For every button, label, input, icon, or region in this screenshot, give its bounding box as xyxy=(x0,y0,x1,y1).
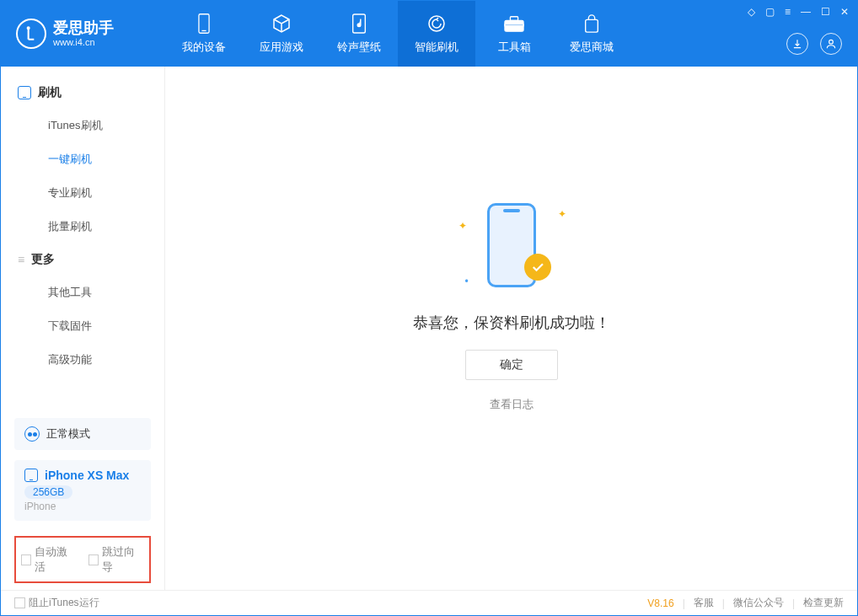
svg-point-4 xyxy=(429,16,444,31)
sidebar-item[interactable]: 其他工具 xyxy=(1,276,164,309)
main-content: ✦ ✦ • 恭喜您，保资料刷机成功啦！ 确定 查看日志 xyxy=(165,67,857,590)
sparkle-icon: ✦ xyxy=(458,220,467,232)
skip-guide-checkbox[interactable]: 跳过向导 xyxy=(88,544,144,575)
svg-point-9 xyxy=(829,40,834,44)
svg-point-0 xyxy=(28,27,29,29)
footer-link-support[interactable]: 客服 xyxy=(694,596,714,610)
device-icon xyxy=(193,13,215,35)
svg-rect-7 xyxy=(505,24,523,26)
svg-rect-2 xyxy=(201,30,206,31)
device-card[interactable]: iPhone XS Max 256GB iPhone xyxy=(14,460,151,521)
download-button[interactable] xyxy=(786,33,808,55)
svg-rect-8 xyxy=(586,19,598,32)
block-itunes-checkbox[interactable]: 阻止iTunes运行 xyxy=(14,596,99,610)
tab-toolbox[interactable]: 工具箱 xyxy=(475,1,553,67)
app-header: 爱思助手 www.i4.cn 我的设备应用游戏铃声壁纸智能刷机工具箱爱思商城 ◇… xyxy=(1,1,857,67)
svg-rect-6 xyxy=(510,17,517,21)
brand-logo-icon xyxy=(16,19,46,49)
sidebar-item[interactable]: iTunes刷机 xyxy=(1,109,164,142)
options-highlight-box: 自动激活 跳过向导 xyxy=(14,536,151,583)
cube-icon xyxy=(271,13,292,35)
theme-icon[interactable]: ◇ xyxy=(748,6,755,18)
minimize-button[interactable]: — xyxy=(801,6,811,18)
brand: 爱思助手 www.i4.cn xyxy=(1,19,165,49)
top-nav-tabs: 我的设备应用游戏铃声壁纸智能刷机工具箱爱思商城 xyxy=(165,1,630,67)
tab-cube[interactable]: 应用游戏 xyxy=(243,1,320,67)
list-icon: ≡ xyxy=(18,253,24,266)
sidebar-group2-title: 更多 xyxy=(31,252,55,267)
window-controls: ◇ ▢ ≡ — ☐ ✕ xyxy=(748,6,849,18)
header-right-buttons xyxy=(786,33,842,55)
footer: 阻止iTunes运行 V8.16 | 客服 | 微信公众号 | 检查更新 xyxy=(1,590,857,615)
status-icon xyxy=(24,426,40,442)
sidebar-item[interactable]: 批量刷机 xyxy=(1,210,164,244)
bag-icon xyxy=(581,13,603,35)
tab-device[interactable]: 我的设备 xyxy=(165,1,243,67)
status-card[interactable]: 正常模式 xyxy=(14,418,151,450)
device-type: iPhone xyxy=(24,501,141,512)
view-log-link[interactable]: 查看日志 xyxy=(490,397,534,412)
shield-icon xyxy=(426,13,448,35)
check-badge-icon xyxy=(524,254,551,281)
device-outline-icon xyxy=(18,86,31,99)
sidebar-item[interactable]: 一键刷机 xyxy=(1,142,164,176)
success-illustration: ✦ ✦ • xyxy=(457,195,566,296)
phone-icon xyxy=(24,469,38,482)
maximize-button[interactable]: ☐ xyxy=(821,6,830,18)
music-icon xyxy=(348,13,370,35)
ok-button[interactable]: 确定 xyxy=(465,350,558,380)
tab-shield[interactable]: 智能刷机 xyxy=(398,1,475,67)
version-label: V8.16 xyxy=(647,597,673,609)
menu-icon[interactable]: ≡ xyxy=(785,6,791,18)
sidebar-item[interactable]: 高级功能 xyxy=(1,343,164,377)
sidebar-group1-title: 刷机 xyxy=(38,85,62,100)
brand-subtitle: www.i4.cn xyxy=(53,37,114,47)
sparkle-icon: • xyxy=(465,276,469,287)
sidebar-group-more: ≡ 更多 xyxy=(1,244,164,276)
device-name: iPhone XS Max xyxy=(45,469,129,482)
auto-activate-checkbox[interactable]: 自动激活 xyxy=(21,544,77,575)
brand-title: 爱思助手 xyxy=(53,20,114,37)
storage-badge: 256GB xyxy=(24,485,72,499)
pin-icon[interactable]: ▢ xyxy=(765,6,775,18)
tab-bag[interactable]: 爱思商城 xyxy=(553,1,630,67)
sidebar-group-flash: 刷机 xyxy=(1,77,164,109)
footer-link-wechat[interactable]: 微信公众号 xyxy=(733,596,784,610)
status-label: 正常模式 xyxy=(46,426,90,442)
sidebar-item[interactable]: 专业刷机 xyxy=(1,176,164,210)
close-button[interactable]: ✕ xyxy=(840,6,849,18)
footer-link-update[interactable]: 检查更新 xyxy=(803,596,844,610)
sparkle-icon: ✦ xyxy=(558,208,566,220)
sidebar: 刷机 iTunes刷机一键刷机专业刷机批量刷机 ≡ 更多 其他工具下载固件高级功… xyxy=(1,67,165,590)
success-message: 恭喜您，保资料刷机成功啦！ xyxy=(413,313,610,333)
user-button[interactable] xyxy=(820,33,842,55)
sidebar-item[interactable]: 下载固件 xyxy=(1,309,164,343)
tab-music[interactable]: 铃声壁纸 xyxy=(320,1,398,67)
toolbox-icon xyxy=(503,13,525,35)
